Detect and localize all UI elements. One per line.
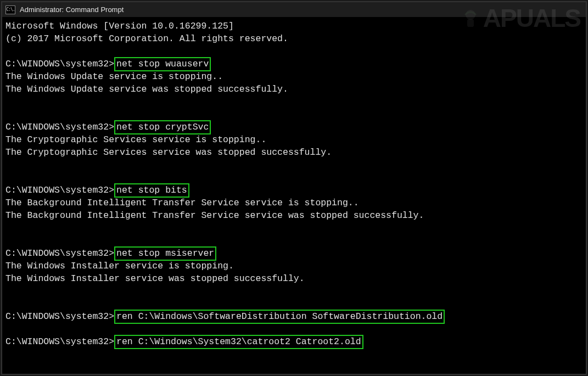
command-3: net stop bits: [116, 185, 187, 195]
window-title: Administrator: Command Prompt: [20, 5, 124, 14]
command-highlight-4: net stop msiserver: [114, 246, 216, 261]
command-highlight-6: ren C:\Windows\System32\catroot2 Catroot…: [114, 335, 363, 349]
output-3a: The Background Intelligent Transfer Serv…: [5, 197, 583, 209]
command-highlight-2: net stop cryptSvc: [114, 120, 211, 134]
command-highlight-5: ren C:\Windows\SoftwareDistribution Soft…: [114, 310, 445, 324]
output-1a: The Windows Update service is stopping..: [5, 70, 583, 83]
prompt-4: C:\WINDOWS\system32>: [5, 248, 114, 259]
command-highlight-1: net stop wuauserv: [114, 57, 211, 71]
command-2: net stop cryptSvc: [116, 122, 209, 132]
window-frame: APUALS C:\. Administrator: Command Promp…: [1, 1, 587, 375]
command-5: ren C:\Windows\SoftwareDistribution Soft…: [116, 311, 443, 322]
command-6: ren C:\Windows\System32\catroot2 Catroot…: [116, 336, 361, 347]
title-bar[interactable]: C:\. Administrator: Command Prompt: [2, 2, 586, 18]
prompt-1: C:\WINDOWS\system32>: [5, 59, 114, 69]
copyright-line: (c) 2017 Microsoft Corporation. All righ…: [5, 32, 583, 45]
output-2b: The Cryptographic Services service was s…: [5, 146, 583, 159]
command-4: net stop msiserver: [116, 248, 214, 259]
output-1b: The Windows Update service was stopped s…: [5, 83, 583, 96]
prompt-5: C:\WINDOWS\system32>: [5, 311, 114, 322]
terminal-output[interactable]: Microsoft Windows [Version 10.0.16299.12…: [2, 18, 586, 374]
command-1: net stop wuauserv: [116, 59, 209, 69]
command-highlight-3: net stop bits: [114, 183, 189, 198]
cmd-prompt-icon: C:\.: [5, 5, 15, 14]
prompt-3: C:\WINDOWS\system32>: [5, 185, 114, 195]
prompt-2: C:\WINDOWS\system32>: [5, 122, 114, 132]
prompt-6: C:\WINDOWS\system32>: [5, 336, 114, 347]
output-4a: The Windows Installer service is stoppin…: [5, 260, 583, 272]
output-4b: The Windows Installer service was stoppe…: [5, 272, 583, 285]
output-2a: The Cryptographic Services service is st…: [5, 133, 583, 146]
output-3b: The Background Intelligent Transfer Serv…: [5, 209, 583, 222]
version-line: Microsoft Windows [Version 10.0.16299.12…: [5, 20, 583, 32]
